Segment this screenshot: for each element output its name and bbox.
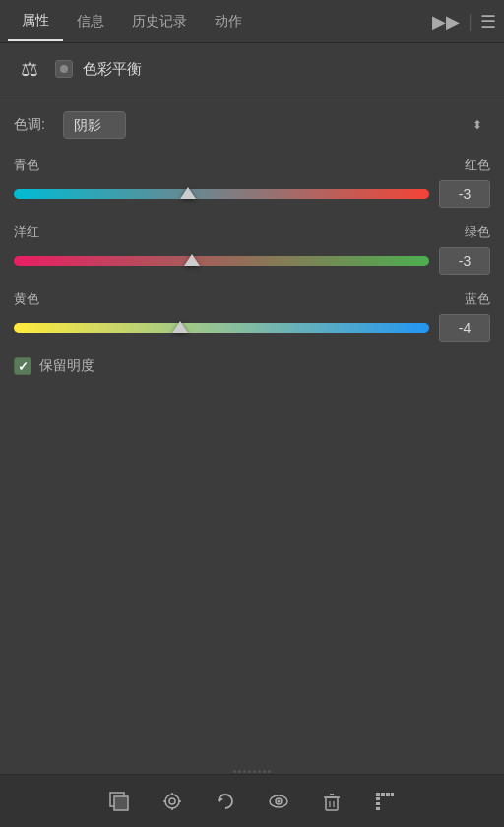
svg-rect-23 <box>376 807 380 810</box>
green-label: 绿色 <box>465 223 490 241</box>
cyan-red-labels: 青色 红色 <box>14 157 490 174</box>
tone-row: 色调: 阴影 高光 中间调 <box>14 111 490 139</box>
magenta-green-thumb[interactable] <box>184 254 200 266</box>
clip-button[interactable] <box>101 784 137 819</box>
svg-point-3 <box>169 798 175 804</box>
tab-extras: ▶▶ | ☰ <box>432 11 496 32</box>
svg-marker-8 <box>219 796 223 802</box>
svg-rect-1 <box>114 796 128 810</box>
trash-icon <box>321 791 343 812</box>
magenta-green-track <box>14 256 429 266</box>
panel-title: 色彩平衡 <box>83 60 142 79</box>
grid-icon <box>374 791 396 812</box>
cyan-red-value[interactable]: -3 <box>439 180 490 208</box>
magenta-green-track-wrapper[interactable] <box>14 250 429 272</box>
cyan-red-section: 青色 红色 -3 <box>14 157 490 208</box>
magenta-green-row: -3 <box>14 247 490 275</box>
tone-select[interactable]: 阴影 高光 中间调 <box>63 111 126 139</box>
svg-rect-21 <box>376 797 380 800</box>
tone-label: 色调: <box>14 116 53 134</box>
yellow-blue-value[interactable]: -4 <box>439 314 490 342</box>
rotate-icon <box>215 791 236 812</box>
tone-select-wrapper: 阴影 高光 中间调 <box>63 111 490 139</box>
tab-info[interactable]: 信息 <box>63 3 118 40</box>
preserve-luminosity-checkbox[interactable] <box>14 357 32 375</box>
divider-icon: | <box>468 11 472 32</box>
tab-bar: 属性 信息 历史记录 动作 ▶▶ | ☰ <box>0 0 504 43</box>
grip-dots <box>233 770 271 773</box>
blue-label: 蓝色 <box>465 290 490 308</box>
svg-rect-12 <box>326 797 338 810</box>
preserve-luminosity-row: 保留明度 <box>14 357 490 375</box>
scale-icon: ⚖ <box>21 57 38 81</box>
cyan-red-thumb[interactable] <box>180 187 196 199</box>
preserve-luminosity-label: 保留明度 <box>39 357 94 375</box>
red-label: 红色 <box>465 157 490 174</box>
svg-rect-19 <box>386 793 390 796</box>
clip-icon <box>108 791 130 812</box>
panel-header: ⚖ 色彩平衡 <box>0 43 504 95</box>
svg-rect-18 <box>381 793 385 796</box>
magenta-green-section: 洋红 绿色 -3 <box>14 223 490 275</box>
cyan-label: 青色 <box>14 157 39 174</box>
magenta-label: 洋红 <box>14 223 39 241</box>
balance-icon-wrapper: ⚖ <box>14 53 45 85</box>
cyan-red-row: -3 <box>14 180 490 208</box>
svg-point-2 <box>165 795 179 808</box>
svg-rect-17 <box>376 793 380 796</box>
eye-icon <box>268 791 289 812</box>
svg-rect-22 <box>376 802 380 805</box>
eye-target-icon <box>161 791 183 812</box>
magenta-green-value[interactable]: -3 <box>439 247 490 275</box>
yellow-blue-track <box>14 323 429 333</box>
trash-button[interactable] <box>314 784 349 819</box>
yellow-label: 黄色 <box>14 290 39 308</box>
eye-target-button[interactable] <box>155 784 190 819</box>
yellow-blue-labels: 黄色 蓝色 <box>14 290 490 308</box>
tab-properties[interactable]: 属性 <box>8 2 63 41</box>
cyan-red-track-wrapper[interactable] <box>14 183 429 205</box>
magenta-green-labels: 洋红 绿色 <box>14 223 490 241</box>
svg-point-11 <box>278 799 281 802</box>
tab-history[interactable]: 历史记录 <box>118 3 201 40</box>
yellow-blue-thumb[interactable] <box>172 321 188 333</box>
layer-dot <box>55 60 73 78</box>
menu-icon[interactable]: ☰ <box>480 11 496 32</box>
bottom-toolbar <box>0 774 504 827</box>
expand-icon[interactable]: ▶▶ <box>432 11 460 32</box>
rotate-back-button[interactable] <box>208 784 243 819</box>
grid-button[interactable] <box>367 784 403 819</box>
cyan-red-track <box>14 189 429 199</box>
panel-content: 色调: 阴影 高光 中间调 青色 红色 -3 洋红 绿色 <box>0 95 504 391</box>
yellow-blue-section: 黄色 蓝色 -4 <box>14 290 490 342</box>
tab-actions[interactable]: 动作 <box>201 3 256 40</box>
eye-button[interactable] <box>261 784 296 819</box>
svg-rect-20 <box>391 793 394 796</box>
yellow-blue-row: -4 <box>14 314 490 342</box>
yellow-blue-track-wrapper[interactable] <box>14 317 429 339</box>
